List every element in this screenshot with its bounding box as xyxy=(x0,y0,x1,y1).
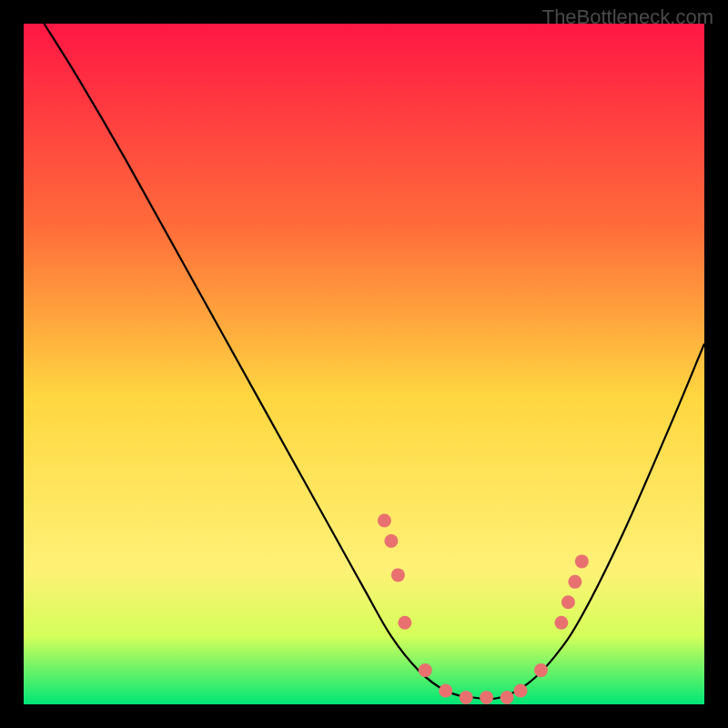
data-marker xyxy=(439,684,452,698)
data-marker xyxy=(398,616,411,630)
data-marker xyxy=(378,514,391,528)
data-marker xyxy=(460,691,473,704)
data-marker xyxy=(575,554,589,568)
data-marker xyxy=(391,568,405,581)
chart-plot-area xyxy=(24,24,704,704)
data-marker xyxy=(480,691,493,704)
data-marker xyxy=(554,616,568,630)
data-marker xyxy=(419,663,432,677)
data-marker xyxy=(568,575,581,589)
gradient-background xyxy=(24,24,704,704)
data-marker xyxy=(514,684,528,698)
data-marker xyxy=(561,595,575,609)
data-marker xyxy=(500,691,514,704)
watermark-text: TheBottleneck.com xyxy=(542,5,713,29)
chart-svg xyxy=(24,24,704,704)
data-marker xyxy=(534,663,548,677)
data-marker xyxy=(384,534,398,548)
